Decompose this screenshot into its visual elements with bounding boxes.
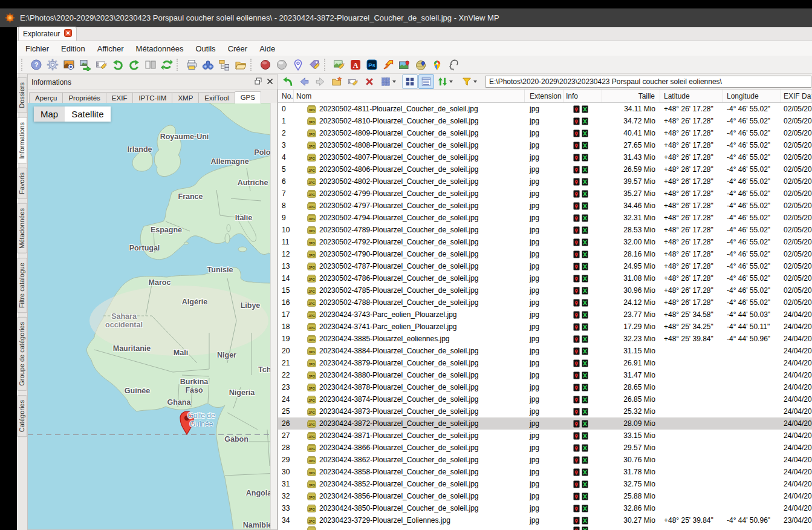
tag-edit-button[interactable] xyxy=(306,57,322,73)
menu-edition[interactable]: Edition xyxy=(55,42,91,55)
folder-tree-button[interactable] xyxy=(216,57,232,73)
table-row[interactable]: 0JPG20230502-4811-Plouarzel_Coucher_de_s… xyxy=(278,103,812,115)
help-button[interactable]: ? xyxy=(28,57,44,73)
table-row[interactable]: 10JPG20230502-4789-Plouarzel_Coucher_de_… xyxy=(278,224,812,236)
google-maps-button[interactable] xyxy=(429,57,445,73)
table-row[interactable]: 25JPG20230424-3873-Plouarzel_Coucher_de_… xyxy=(278,405,812,417)
sidebar-item-dossiers[interactable]: Dossiers xyxy=(17,77,27,113)
table-row[interactable]: 3JPG20230502-4808-Plouarzel_Coucher_de_s… xyxy=(278,139,812,151)
table-row[interactable]: 1JPG20230502-4810-Plouarzel_Coucher_de_s… xyxy=(278,115,812,127)
table-row[interactable]: 13JPG20230502-4787-Plouarzel_Coucher_de_… xyxy=(278,260,812,272)
table-row[interactable]: 24JPG20230424-3874-Plouarzel_Coucher_de_… xyxy=(278,393,812,405)
batch-rename-button[interactable] xyxy=(93,57,109,73)
compare-button[interactable] xyxy=(142,57,158,73)
sidebar-item-groupe-de-categories[interactable]: Groupe de catégories xyxy=(17,317,27,391)
table-row[interactable]: 5JPG20230502-4806-Plouarzel_Coucher_de_s… xyxy=(278,163,812,175)
menu-metadonnees[interactable]: Métadonnées xyxy=(130,42,190,55)
column-header-info[interactable]: Info xyxy=(564,90,602,102)
table-row[interactable]: 27JPG20230424-3871-Plouarzel_Coucher_de_… xyxy=(278,430,812,442)
sidebar-item-metadonnees[interactable]: Métadonnées xyxy=(17,203,27,254)
go-forward-button[interactable] xyxy=(313,74,328,89)
dropdown-arrow-icon[interactable] xyxy=(473,80,477,83)
table-row[interactable]: 19JPG20230424-3885-Plouarzel_eoliennes.j… xyxy=(278,333,812,345)
table-row-partial[interactable]: JPG xyxy=(278,526,812,530)
table-row[interactable]: 15JPG20230502-4785-Plouarzel_Coucher_de_… xyxy=(278,284,812,296)
table-row[interactable]: 11JPG20230502-4792-Plouarzel_Coucher_de_… xyxy=(278,236,812,248)
redo-button[interactable] xyxy=(126,57,142,73)
map-marker[interactable] xyxy=(180,411,193,434)
sort-button[interactable] xyxy=(435,74,458,89)
view-thumbnails-button[interactable] xyxy=(402,74,418,89)
browse-image-button[interactable] xyxy=(60,57,77,73)
table-row[interactable]: 9JPG20230502-4794-Plouarzel_Coucher_de_s… xyxy=(278,212,812,224)
dropdown-arrow-icon[interactable] xyxy=(392,80,396,83)
record-red-button[interactable] xyxy=(257,57,273,73)
table-row[interactable]: 20JPG20230424-3884-Plouarzel_Coucher_de_… xyxy=(278,345,812,357)
table-row[interactable]: 34JPG20230423-3729-Plouarzel_Eoliennes.j… xyxy=(278,514,812,526)
refresh-button[interactable] xyxy=(158,57,175,73)
column-header-no[interactable]: No. xyxy=(278,90,294,102)
settings-button[interactable] xyxy=(44,57,60,73)
table-row[interactable]: 12JPG20230502-4790-Plouarzel_Coucher_de_… xyxy=(278,248,812,260)
menu-creer[interactable]: Créer xyxy=(222,42,254,55)
column-header-longitude[interactable]: Longitude xyxy=(723,90,781,102)
dropdown-arrow-icon[interactable] xyxy=(449,80,453,83)
panel-scrollbar[interactable] xyxy=(270,103,277,529)
map-type-map-button[interactable]: Map xyxy=(34,106,65,122)
photoshop-button[interactable]: Ps xyxy=(363,57,380,73)
menu-aide[interactable]: Aide xyxy=(253,42,281,55)
sidebar-item-favoris[interactable]: Favoris xyxy=(17,168,27,199)
table-row[interactable]: 2JPG20230502-4809-Plouarzel_Coucher_de_s… xyxy=(278,127,812,139)
table-row[interactable]: 6JPG20230502-4802-Plouarzel_Coucher_de_s… xyxy=(278,175,812,188)
tab-exif[interactable]: EXIF xyxy=(106,92,134,103)
table-row[interactable]: 30JPG20230424-3858-Plouarzel_Coucher_de_… xyxy=(278,466,812,478)
tab-explorateur[interactable]: Explorateur xyxy=(18,27,77,41)
column-header-taille[interactable]: Taille xyxy=(602,90,660,102)
tab-close-icon[interactable] xyxy=(64,29,72,39)
sidebar-item-informations[interactable]: Informations xyxy=(17,117,27,164)
tab-apercu[interactable]: Aperçu xyxy=(29,92,63,103)
tab-exiftool[interactable]: ExifTool xyxy=(198,92,235,103)
table-row[interactable]: 14JPG20230502-4786-Plouarzel_Coucher_de_… xyxy=(278,272,812,284)
table-row[interactable]: 31JPG20230424-3852-Plouarzel_Coucher_de_… xyxy=(278,478,812,490)
table-row[interactable]: 28JPG20230424-3866-Plouarzel_Coucher_de_… xyxy=(278,442,812,454)
table-row[interactable]: 32JPG20230424-3856-Plouarzel_Coucher_de_… xyxy=(278,490,812,502)
sidebar-item-filtre-catalogue[interactable]: Filtre catalogue xyxy=(17,258,27,313)
sidebar-item-categories[interactable]: Catégories xyxy=(17,395,27,437)
photo-geotag-button[interactable] xyxy=(396,57,412,73)
delete-button[interactable] xyxy=(362,74,377,89)
convert-button[interactable] xyxy=(77,57,93,73)
table-row[interactable]: 4JPG20230502-4807-Plouarzel_Coucher_de_s… xyxy=(278,151,812,163)
table-row[interactable]: 8JPG20230502-4797-Plouarzel_Coucher_de_s… xyxy=(278,200,812,212)
tab-gps[interactable]: GPS xyxy=(235,91,261,103)
geo-pin-outline-button[interactable] xyxy=(290,57,306,73)
table-row[interactable]: 18JPG20230424-3741-Parc_eolien_Plouarzel… xyxy=(278,321,812,333)
view-details-button[interactable] xyxy=(418,74,434,89)
column-header-extension[interactable]: Extension xyxy=(525,90,564,102)
search-binoculars-button[interactable] xyxy=(200,57,216,73)
table-row[interactable]: 26JPG20230424-3872-Plouarzel_Coucher_de_… xyxy=(278,417,812,430)
address-path-input[interactable]: E:\Photos\2020-2029\2023\20230423 Porspa… xyxy=(486,76,811,88)
undo-button[interactable] xyxy=(109,57,126,73)
globe-pin-button[interactable] xyxy=(412,57,429,73)
menu-fichier[interactable]: Fichier xyxy=(19,42,55,55)
rename-button[interactable] xyxy=(345,74,361,89)
table-row[interactable]: 17JPG20230424-3743-Parc_eolien_Plouarzel… xyxy=(278,309,812,321)
table-row[interactable]: 16JPG20230502-4788-Plouarzel_Coucher_de_… xyxy=(278,296,812,309)
tab-xmp[interactable]: XMP xyxy=(172,92,199,103)
go-up-button[interactable] xyxy=(280,74,296,89)
tab-iptc-iim[interactable]: IPTC-IIM xyxy=(132,92,172,103)
menu-outils[interactable]: Outils xyxy=(189,42,221,55)
table-row[interactable]: 33JPG20230424-3850-Plouarzel_Coucher_de_… xyxy=(278,502,812,514)
go-back-button[interactable] xyxy=(296,74,312,89)
table-row[interactable]: 22JPG20230424-3880-Plouarzel_Coucher_de_… xyxy=(278,369,812,381)
view-grid-button[interactable] xyxy=(378,74,401,89)
record-gray-button[interactable] xyxy=(273,57,290,73)
print-button[interactable] xyxy=(183,57,200,73)
new-folder-button[interactable] xyxy=(329,74,345,89)
table-row[interactable]: 21JPG20230424-3879-Plouarzel_Coucher_de_… xyxy=(278,357,812,369)
acrobat-button[interactable]: A xyxy=(347,57,363,73)
table-row[interactable]: 7JPG20230502-4799-Plouarzel_Coucher_de_s… xyxy=(278,188,812,200)
folder-open-button[interactable] xyxy=(232,57,248,73)
panel-float-icon[interactable] xyxy=(255,77,262,87)
